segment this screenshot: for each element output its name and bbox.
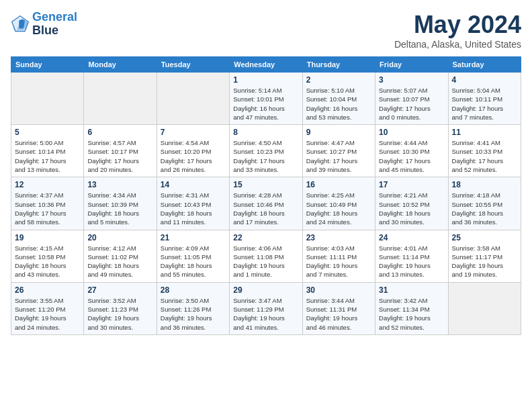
- day-info: Sunrise: 4:03 AM Sunset: 11:11 PM Daylig…: [306, 244, 371, 279]
- calendar-cell: 9Sunrise: 4:47 AM Sunset: 10:27 PM Dayli…: [302, 125, 375, 177]
- day-number: 9: [306, 128, 371, 137]
- month-title: May 2024: [394, 11, 521, 39]
- day-info: Sunrise: 4:28 AM Sunset: 10:46 PM Daylig…: [233, 191, 298, 226]
- day-number: 26: [15, 285, 80, 295]
- day-info: Sunrise: 3:58 AM Sunset: 11:17 PM Daylig…: [452, 244, 517, 279]
- calendar-cell: 31Sunrise: 3:42 AM Sunset: 11:34 PM Dayl…: [375, 282, 448, 334]
- calendar-cell: 23Sunrise: 4:03 AM Sunset: 11:11 PM Dayl…: [302, 230, 375, 282]
- day-number: 2: [306, 75, 371, 85]
- day-info: Sunrise: 3:55 AM Sunset: 11:20 PM Daylig…: [15, 296, 80, 332]
- day-number: 22: [233, 233, 298, 242]
- calendar-cell: 16Sunrise: 4:25 AM Sunset: 10:49 PM Dayl…: [302, 177, 375, 230]
- calendar-cell: 8Sunrise: 4:50 AM Sunset: 10:23 PM Dayli…: [230, 125, 302, 177]
- calendar-cell: 15Sunrise: 4:28 AM Sunset: 10:46 PM Dayl…: [230, 177, 302, 230]
- calendar-cell: 22Sunrise: 4:06 AM Sunset: 11:08 PM Dayl…: [230, 230, 302, 282]
- day-info: Sunrise: 4:54 AM Sunset: 10:20 PM Daylig…: [161, 138, 226, 174]
- day-number: 29: [233, 285, 298, 295]
- calendar-cell: 24Sunrise: 4:01 AM Sunset: 11:14 PM Dayl…: [375, 230, 448, 282]
- calendar-cell: 4Sunrise: 5:04 AM Sunset: 10:11 PM Dayli…: [448, 73, 521, 125]
- day-number: 15: [233, 180, 298, 189]
- day-number: 6: [87, 128, 152, 137]
- day-number: 11: [452, 128, 517, 137]
- day-number: 14: [161, 180, 226, 189]
- location: Deltana, Alaska, United States: [394, 39, 521, 50]
- day-info: Sunrise: 5:04 AM Sunset: 10:11 PM Daylig…: [452, 86, 517, 122]
- day-number: 3: [379, 75, 444, 85]
- day-number: 7: [161, 128, 226, 137]
- calendar-cell: 20Sunrise: 4:12 AM Sunset: 11:02 PM Dayl…: [84, 230, 157, 282]
- calendar-cell: 2Sunrise: 5:10 AM Sunset: 10:04 PM Dayli…: [302, 73, 375, 125]
- day-info: Sunrise: 4:47 AM Sunset: 10:27 PM Daylig…: [306, 138, 371, 174]
- logo: GeneralBlue: [11, 11, 77, 38]
- day-number: 20: [87, 233, 152, 242]
- day-info: Sunrise: 4:57 AM Sunset: 10:17 PM Daylig…: [87, 138, 152, 174]
- day-number: 13: [87, 180, 152, 189]
- day-info: Sunrise: 5:07 AM Sunset: 10:07 PM Daylig…: [379, 86, 444, 122]
- day-info: Sunrise: 4:31 AM Sunset: 10:43 PM Daylig…: [161, 191, 226, 226]
- day-info: Sunrise: 3:42 AM Sunset: 11:34 PM Daylig…: [379, 296, 444, 332]
- day-info: Sunrise: 4:21 AM Sunset: 10:52 PM Daylig…: [379, 191, 444, 226]
- day-number: 5: [15, 128, 80, 137]
- day-info: Sunrise: 4:01 AM Sunset: 11:14 PM Daylig…: [379, 244, 444, 279]
- calendar-cell: 14Sunrise: 4:31 AM Sunset: 10:43 PM Dayl…: [157, 177, 229, 230]
- calendar-cell: 19Sunrise: 4:15 AM Sunset: 10:58 PM Dayl…: [11, 230, 84, 282]
- logo-icon: [11, 15, 30, 34]
- day-header-friday: Friday: [375, 57, 448, 73]
- day-number: 16: [306, 180, 371, 189]
- day-number: 25: [452, 233, 517, 242]
- calendar-cell: 18Sunrise: 4:18 AM Sunset: 10:55 PM Dayl…: [448, 177, 521, 230]
- day-info: Sunrise: 4:09 AM Sunset: 11:05 PM Daylig…: [161, 244, 226, 279]
- day-number: 28: [161, 285, 226, 295]
- day-info: Sunrise: 5:14 AM Sunset: 10:01 PM Daylig…: [233, 86, 298, 122]
- calendar-cell: 30Sunrise: 3:44 AM Sunset: 11:31 PM Dayl…: [302, 282, 375, 334]
- day-number: 31: [379, 285, 444, 295]
- day-info: Sunrise: 3:52 AM Sunset: 11:23 PM Daylig…: [87, 296, 152, 332]
- calendar-week-2: 5Sunrise: 5:00 AM Sunset: 10:14 PM Dayli…: [11, 125, 521, 177]
- day-number: 21: [161, 233, 226, 242]
- calendar-cell: 5Sunrise: 5:00 AM Sunset: 10:14 PM Dayli…: [11, 125, 84, 177]
- day-info: Sunrise: 4:37 AM Sunset: 10:36 PM Daylig…: [15, 191, 80, 226]
- title-area: May 2024 Deltana, Alaska, United States: [394, 11, 521, 50]
- logo-text: GeneralBlue: [32, 11, 77, 38]
- day-number: 17: [379, 180, 444, 189]
- calendar-cell: 6Sunrise: 4:57 AM Sunset: 10:17 PM Dayli…: [84, 125, 157, 177]
- calendar-cell: [11, 73, 84, 125]
- calendar-cell: [84, 73, 157, 125]
- day-header-wednesday: Wednesday: [230, 57, 302, 73]
- day-number: 12: [15, 180, 80, 189]
- day-number: 24: [379, 233, 444, 242]
- calendar-cell: 1Sunrise: 5:14 AM Sunset: 10:01 PM Dayli…: [230, 73, 302, 125]
- day-info: Sunrise: 3:47 AM Sunset: 11:29 PM Daylig…: [233, 296, 298, 332]
- calendar-body: 1Sunrise: 5:14 AM Sunset: 10:01 PM Dayli…: [11, 73, 521, 335]
- day-number: 10: [379, 128, 444, 137]
- day-number: 23: [306, 233, 371, 242]
- day-header-thursday: Thursday: [302, 57, 375, 73]
- day-info: Sunrise: 4:50 AM Sunset: 10:23 PM Daylig…: [233, 138, 298, 174]
- calendar-cell: 26Sunrise: 3:55 AM Sunset: 11:20 PM Dayl…: [11, 282, 84, 334]
- calendar-cell: 3Sunrise: 5:07 AM Sunset: 10:07 PM Dayli…: [375, 73, 448, 125]
- calendar-cell: 29Sunrise: 3:47 AM Sunset: 11:29 PM Dayl…: [230, 282, 302, 334]
- calendar-week-4: 19Sunrise: 4:15 AM Sunset: 10:58 PM Dayl…: [11, 230, 521, 282]
- calendar-week-5: 26Sunrise: 3:55 AM Sunset: 11:20 PM Dayl…: [11, 282, 521, 334]
- day-info: Sunrise: 4:41 AM Sunset: 10:33 PM Daylig…: [452, 138, 517, 174]
- calendar-week-3: 12Sunrise: 4:37 AM Sunset: 10:36 PM Dayl…: [11, 177, 521, 230]
- day-info: Sunrise: 4:06 AM Sunset: 11:08 PM Daylig…: [233, 244, 298, 279]
- day-header-saturday: Saturday: [448, 57, 521, 73]
- day-info: Sunrise: 4:18 AM Sunset: 10:55 PM Daylig…: [452, 191, 517, 226]
- day-header-sunday: Sunday: [11, 57, 84, 73]
- calendar-cell: 25Sunrise: 3:58 AM Sunset: 11:17 PM Dayl…: [448, 230, 521, 282]
- day-number: 27: [87, 285, 152, 295]
- day-number: 18: [452, 180, 517, 189]
- day-info: Sunrise: 5:10 AM Sunset: 10:04 PM Daylig…: [306, 86, 371, 122]
- calendar-cell: 10Sunrise: 4:44 AM Sunset: 10:30 PM Dayl…: [375, 125, 448, 177]
- day-info: Sunrise: 4:25 AM Sunset: 10:49 PM Daylig…: [306, 191, 371, 226]
- day-number: 30: [306, 285, 371, 295]
- calendar-cell: 13Sunrise: 4:34 AM Sunset: 10:39 PM Dayl…: [84, 177, 157, 230]
- calendar-cell: 17Sunrise: 4:21 AM Sunset: 10:52 PM Dayl…: [375, 177, 448, 230]
- day-info: Sunrise: 3:44 AM Sunset: 11:31 PM Daylig…: [306, 296, 371, 332]
- calendar-cell: 27Sunrise: 3:52 AM Sunset: 11:23 PM Dayl…: [84, 282, 157, 334]
- calendar-cell: 21Sunrise: 4:09 AM Sunset: 11:05 PM Dayl…: [157, 230, 229, 282]
- day-info: Sunrise: 4:44 AM Sunset: 10:30 PM Daylig…: [379, 138, 444, 174]
- calendar-header-row: SundayMondayTuesdayWednesdayThursdayFrid…: [11, 57, 521, 73]
- calendar-week-1: 1Sunrise: 5:14 AM Sunset: 10:01 PM Dayli…: [11, 73, 521, 125]
